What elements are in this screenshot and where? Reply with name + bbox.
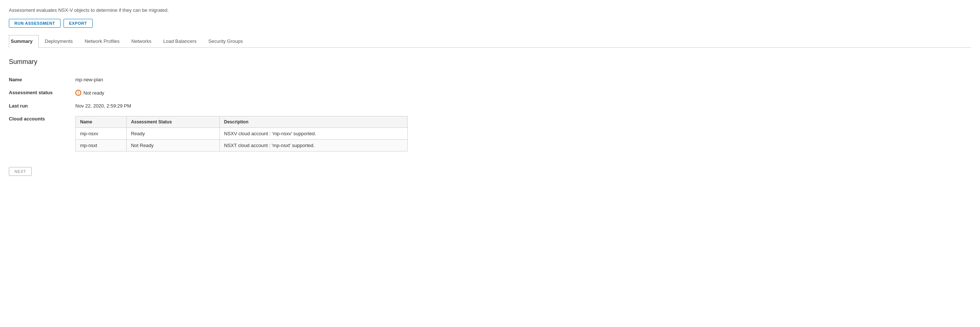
- run-assessment-button[interactable]: RUN ASSESSMENT: [9, 19, 60, 28]
- status-value: ! Not ready: [75, 86, 971, 99]
- export-button[interactable]: EXPORT: [64, 19, 93, 28]
- col-header-description: Description: [220, 116, 407, 128]
- cell-name: mp-nsxt: [76, 140, 127, 152]
- status-label: Assessment status: [9, 86, 75, 99]
- table-row: mp-nsxtNot ReadyNSXT cloud account : 'mp…: [76, 140, 408, 152]
- next-button[interactable]: NEXT: [9, 167, 32, 176]
- tab-networks[interactable]: Networks: [126, 35, 157, 47]
- tabs-bar: Summary Deployments Network Profiles Net…: [9, 35, 971, 48]
- status-text: Not ready: [83, 90, 104, 96]
- tab-load-balancers[interactable]: Load Balancers: [157, 35, 202, 47]
- col-header-status: Assessment Status: [126, 116, 220, 128]
- tab-deployments[interactable]: Deployments: [39, 35, 79, 47]
- cell-assessment-status: Ready: [126, 128, 220, 140]
- tab-network-profiles[interactable]: Network Profiles: [79, 35, 126, 47]
- status-warning-icon: !: [75, 90, 81, 96]
- section-title: Summary: [9, 58, 971, 66]
- main-content: Summary Name mp-new-plan Assessment stat…: [9, 58, 971, 155]
- cell-description: NSXT cloud account : 'mp-nsxt' supported…: [220, 140, 407, 152]
- field-grid: Name mp-new-plan Assessment status ! Not…: [9, 73, 971, 155]
- cell-assessment-status: Not Ready: [126, 140, 220, 152]
- cell-name: mp-nsxv: [76, 128, 127, 140]
- footer: NEXT: [9, 167, 971, 176]
- cloud-accounts-table-wrapper: Name Assessment Status Description mp-ns…: [75, 112, 971, 155]
- table-header-row: Name Assessment Status Description: [76, 116, 408, 128]
- col-header-name: Name: [76, 116, 127, 128]
- lastrun-value: Nov 22, 2020, 2:59:29 PM: [75, 99, 971, 112]
- name-label: Name: [9, 73, 75, 86]
- cloud-accounts-label: Cloud accounts: [9, 112, 75, 125]
- tab-security-groups[interactable]: Security Groups: [202, 35, 248, 47]
- name-value: mp-new-plan: [75, 73, 971, 86]
- cloud-accounts-table: Name Assessment Status Description mp-ns…: [75, 116, 408, 152]
- lastrun-label: Last run: [9, 99, 75, 112]
- table-row: mp-nsxvReadyNSXV cloud account : 'mp-nsx…: [76, 128, 408, 140]
- cell-description: NSXV cloud account : 'mp-nsxv' supported…: [220, 128, 407, 140]
- page-description: Assessment evaluates NSX-V objects to de…: [9, 7, 971, 13]
- tab-summary[interactable]: Summary: [9, 35, 39, 47]
- toolbar: RUN ASSESSMENT EXPORT: [9, 19, 971, 28]
